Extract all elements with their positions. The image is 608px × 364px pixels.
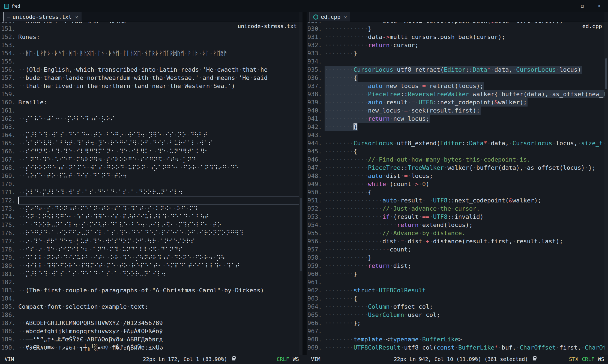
code-line-957[interactable]: 957.················--count; <box>307 245 604 254</box>
code-line-942[interactable]: 942.········} <box>307 123 604 131</box>
code-line-164[interactable]: 164.··⡍⠜⠇⠑⠹·⠺⠁⠎·⠙⠑⠁⠙⠒·⠞⠕·⠃⠑⠛⠔·⠺⠊⠹⠲·⡹⠻⠑·⠊… <box>0 131 299 139</box>
code-line-174[interactable]: 174.··⠪⠝·⠅⠝⠪⠇⠫⠛⠑⠂·⠱⠁⠞·⠹⠻⠑·⠊⠎·⠏⠜⠞⠊⠊⠥⠇⠜⠇⠹·… <box>0 213 299 221</box>
code-line-186[interactable]: 186. <box>0 311 299 319</box>
app-icon <box>4 4 9 9</box>
code-line-175[interactable]: 175.··⠁·⠙⠕⠕⠗⠤⠝⠁⠊⠇⠲·⡊·⠍⠊⠣⠞·⠙⠁⠧⠑·⠃⠑⠲·⠔⠊⠇⠔⠫… <box>0 221 299 229</box>
code-line-950[interactable]: 950.············{ <box>307 188 604 196</box>
code-line-159[interactable]: 159. <box>0 90 299 98</box>
tab-ed-cpp[interactable]: ed.cpp × <box>310 12 350 22</box>
editor-pane-ed-cpp[interactable]: 929.················data->multi_cursors.… <box>307 12 608 355</box>
code-line-938[interactable]: 938.············PieceTree::ReverseTreeWa… <box>307 90 604 98</box>
code-line-955[interactable]: 955.················//·Advance·by·distan… <box>307 229 604 237</box>
code-line-161[interactable]: 161. <box>0 107 299 115</box>
code-line-166[interactable]: 166.··⠎⠊⠛⠝⠫·⠃⠹·⠹⠑·⠊⠇⠻⠛⠹⠍⠁⠝⠂·⠹⠑·⠊⠇⠻⠅⠂·⠹⠑·… <box>0 147 299 156</box>
code-line-930[interactable]: 930.············} <box>307 25 604 33</box>
code-line-964[interactable]: 964.············Column·offset_col; <box>307 303 604 311</box>
code-line-965[interactable]: 965.············UserColumn·user_col; <box>307 311 604 319</box>
code-line-951[interactable]: 951.················auto·result·=·UTF8::… <box>307 196 604 205</box>
code-line-180[interactable]: 180.··⠺⠊⠇⠇·⠹⠻⠑⠋⠕⠗⠑·⠏⠻⠍⠊⠞·⠍⠑·⠞⠕·⠗⠑⠏⠑⠁⠞⠂·⠑… <box>0 262 299 270</box>
code-line-937[interactable]: 937.············auto·new_locus·=·retract… <box>307 82 604 90</box>
code-line-160[interactable]: 160.Braille: <box>0 98 299 107</box>
code-line-962[interactable]: 962.········struct·UTF8ColResult <box>307 286 604 295</box>
code-line-187[interactable]: 187.··ABCDEFGHIJKLMNOPQRSTUVWXYZ·/012345… <box>0 319 299 327</box>
code-line-959[interactable]: 959.············return·dist; <box>307 262 604 270</box>
maximize-button[interactable]: □ <box>574 0 591 12</box>
code-line-936[interactable]: 936.········{ <box>307 74 604 82</box>
code-line-154[interactable]: 154.··ᚻᛖ·ᚳᚹᚫᚦ·ᚦᚫᛏ·ᚻᛖ·ᛒᚢᛞᛖ·ᚩᚾ·ᚦᚫᛗ·ᛚᚪᚾᛞᛖ·ᚾ… <box>0 49 299 57</box>
code-line-935[interactable]: 935.········CursorLocus·utf8_retract(Edi… <box>307 66 604 74</box>
code-line-179[interactable]: 179.··⠩⠁⠇⠇·⠝⠕⠞·⠙⠊⠌⠥⠗⠃·⠊⠞⠂·⠕⠗·⠹⠑·⡊⠳⠝⠞⠗⠹⠰⠎… <box>0 254 299 262</box>
code-line-190[interactable]: 190.··∀∂∈ℝ∧∪≡∞·↑↗↨↻⇣·┐┼╔╘░►☺♀·ﬁ�⑀₂ἠḂӥẄɐː… <box>0 344 299 352</box>
code-line-156[interactable]: 156.··(Old·English,·which·transcribed·in… <box>0 66 299 74</box>
code-line-188[interactable]: 188.··abcdefghijklmnopqrstuvwxyz·£©µÀÆÖÞ… <box>0 327 299 335</box>
code-line-945[interactable]: 945.········{ <box>307 147 604 156</box>
code-line-184[interactable]: 184. <box>0 295 299 303</box>
code-area-ed-cpp[interactable]: 929.················data->multi_cursors.… <box>307 17 604 352</box>
titlebar[interactable]: fred ─ □ × <box>0 0 608 12</box>
code-line-956[interactable]: 956.················dist·=·dist·+·distan… <box>307 237 604 245</box>
tab-unicode-stress-txt[interactable]: ≡ unicode-stress.txt × <box>3 12 82 22</box>
code-line-931[interactable]: 931.············data->multi_cursors.push… <box>307 33 604 41</box>
code-line-158[interactable]: 158.··that·he·lived·in·the·northern·land… <box>0 82 299 90</box>
code-line-182[interactable]: 182. <box>0 278 299 286</box>
code-line-967[interactable]: 967. <box>307 327 604 335</box>
code-line-152[interactable]: 152.Runes: <box>0 33 299 41</box>
code-line-949[interactable]: 949.············while·(count·>·0) <box>307 180 604 188</box>
code-line-940[interactable]: 940.············new_locus·=·seek(result.… <box>307 107 604 115</box>
tab-close-icon[interactable]: × <box>344 14 347 20</box>
code-line-934[interactable]: 934. <box>307 57 604 66</box>
pane-divider[interactable] <box>302 12 307 355</box>
code-line-947[interactable]: 947.············PieceTree::TreeWalker·wa… <box>307 164 604 172</box>
code-line-968[interactable]: 968.········template·<typename·BufferLik… <box>307 335 604 344</box>
line-number: 160. <box>0 98 16 107</box>
code-line-155[interactable]: 155. <box>0 57 299 66</box>
code-line-153[interactable]: 153. <box>0 41 299 49</box>
code-line-157[interactable]: 157.··bude·thaem·lande·northweardum·with… <box>0 74 299 82</box>
code-line-952[interactable]: 952.················//·Just·advance·the·… <box>307 205 604 213</box>
code-line-169[interactable]: 169.··⠡⠕⠎⠑·⠞⠕·⠏⠥⠞·⠙⠊⠎·⠙⠁⠝⠙·⠞⠕⠲ <box>0 172 299 180</box>
code-line-961[interactable]: 961. <box>307 278 604 286</box>
code-line-944[interactable]: 944.········CursorLocus·utf8_extend(Edit… <box>307 139 604 147</box>
code-line-969[interactable]: 969.········UTF8ColResult·utf8_col(const… <box>307 344 604 352</box>
code-line-966[interactable]: 966.········}; <box>307 319 604 327</box>
code-line-167[interactable]: 167.··⠁⠝⠙·⠹⠑·⠡⠊⠑⠋·⠍⠳⠗⠝⠻⠲·⡎⠊⠗⠕⠕⠛⠑·⠎⠊⠛⠝⠫·⠊… <box>0 156 299 164</box>
code-line-176[interactable]: 176.··⠗⠑⠛⠜⠙·⠁·⠊⠕⠋⠋⠔⠤⠝⠁⠊⠇·⠁⠎·⠹⠑·⠙⠑⠁⠙⠑⠌·⠏⠊… <box>0 229 299 237</box>
code-line-177[interactable]: 177.··⠔·⠹⠑·⠞⠗⠁⠙⠑⠲·⡃⠥⠞·⠹⠑·⠺⠊⠎⠙⠕⠍·⠕⠋·⠳⠗·⠁⠝… <box>0 237 299 245</box>
code-area-unicode-stress[interactable]: 150.··እግዜር·የከፈተውን·ጉሮሮ·ሳይዘጋው·አይድርም።151.15… <box>0 17 299 352</box>
code-line-189[interactable]: 189.··–—‘“”„†•…‰™œŠŸž€·ΑΒΓΔΩαβγδω·АБВГДа… <box>0 335 299 344</box>
code-line-168[interactable]: 168.··⡎⠊⠗⠕⠕⠛⠑⠰⠎·⠝⠁⠍⠑·⠺⠁⠎·⠛⠕⠕⠙·⠥⠏⠕⠝·⠰⡡⠁⠝⠛… <box>0 164 299 172</box>
code-line-939[interactable]: 939.············auto·result·=·UTF8::next… <box>307 98 604 107</box>
code-line-183[interactable]: 183.··(The·first·couple·of·paragraphs·of… <box>0 286 299 295</box>
code-line-171[interactable]: 171.··⡕⠇⠙·⡍⠜⠇⠑⠹·⠺⠁⠎·⠁⠎·⠙⠑⠁⠙·⠁⠎·⠁·⠙⠕⠕⠗⠤⠝⠁… <box>0 188 299 196</box>
editor-pane-unicode-stress[interactable]: 150.··እግዜር·የከፈተውን·ጉሮሮ·ሳይዘጋው·አይድርም።151.15… <box>0 12 302 355</box>
minimize-button[interactable]: ─ <box>557 0 574 12</box>
code-line-963[interactable]: 963.········{ <box>307 295 604 303</box>
tab-close-icon[interactable]: × <box>75 14 78 20</box>
code-line-178[interactable]: 178.··⠊⠎·⠔·⠹⠑·⠎⠊⠍⠊⠇⠑⠆·⠁⠝⠙·⠍⠹·⠥⠝⠙⠁⠇⠇⠪⠫·⠙⠁… <box>0 245 299 254</box>
code-line-943[interactable]: 943. <box>307 131 604 139</box>
close-button[interactable]: × <box>591 0 608 12</box>
code-line-954[interactable]: 954.····················return·extend(lo… <box>307 221 604 229</box>
code-line-163[interactable]: 163. <box>0 123 299 131</box>
code-line-941[interactable]: 941.············return·new_locus; <box>307 115 604 123</box>
code-line-946[interactable]: 946.············//·Find·out·how·many·byt… <box>307 156 604 164</box>
code-line-960[interactable]: 960.········} <box>307 270 604 278</box>
code-line-162[interactable]: 162.··⡌⠁⠧⠑·⠼⠁⠒··⡍⠜⠇⠑⠹⠰⠎·⡣⠕⠌ <box>0 115 299 123</box>
code-line-953[interactable]: 953.················if·(result·==·UTF8::… <box>307 213 604 221</box>
line-number: 942. <box>307 123 322 131</box>
code-line-932[interactable]: 932.············return·cursor; <box>307 41 604 49</box>
code-line-165[interactable]: 165.··⠱⠁⠞⠑⠧⠻·⠁⠃⠳⠞·⠹⠁⠞⠲·⡹⠑·⠗⠑⠛⠊⠌⠻·⠕⠋·⠙⠊⠎·… <box>0 139 299 147</box>
code-line-948[interactable]: 948.············auto·dist·=·locus; <box>307 172 604 180</box>
code-line-173[interactable]: 173.··⡍⠔⠙⠖·⡊·⠙⠕⠝⠰⠞·⠍⠑⠁⠝·⠞⠕·⠎⠁⠹·⠹⠁⠞·⡊·⠅⠝⠪… <box>0 205 299 213</box>
code-line-181[interactable]: 181.··⡍⠜⠇⠑⠹·⠺⠁⠎·⠁⠎·⠙⠑⠁⠙·⠁⠎·⠁·⠙⠕⠕⠗⠤⠝⠁⠊⠇⠲ <box>0 270 299 278</box>
scrollbar-left[interactable] <box>299 12 302 355</box>
scrollbar-thumb[interactable] <box>605 58 607 89</box>
code-line-170[interactable]: 170. <box>0 180 299 188</box>
code-line-172[interactable]: 172. <box>0 196 299 205</box>
scrollbar-thumb[interactable] <box>300 198 302 271</box>
code-line-933[interactable]: 933.········} <box>307 49 604 57</box>
code-line-958[interactable]: 958.············} <box>307 254 604 262</box>
scrollbar-right[interactable] <box>604 12 608 355</box>
code-line-185[interactable]: 185.Compact·font·selection·example·text: <box>0 303 299 311</box>
status-right-pane: VIM 22px Ln 942, Col 10 (11.09%) (361 se… <box>307 355 608 364</box>
